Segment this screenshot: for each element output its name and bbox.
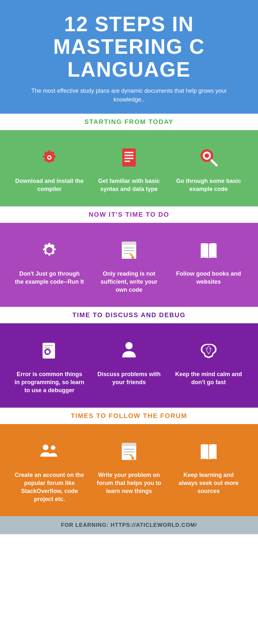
document-icon <box>94 143 164 172</box>
item-forum-post-text: Write your problem on forum that helps y… <box>94 471 164 496</box>
item-writecode: Only reading is not sufficient, write yo… <box>89 236 169 294</box>
band-forum: TIMES TO FOLLOW THE FORUM <box>0 408 258 424</box>
band-timedo: NOW IT'S TIME TO DO <box>0 206 258 223</box>
person-icon <box>94 336 164 365</box>
item-debugger-text: Error is common things in programming, s… <box>15 370 84 395</box>
brain-icon <box>174 336 243 365</box>
item-syntax-text: Get familiar with basic syntax and data … <box>94 177 164 193</box>
item-runit: Don't Just go through the example code--… <box>10 236 89 286</box>
svg-rect-5 <box>124 158 134 159</box>
svg-rect-13 <box>122 242 136 245</box>
band-label-timedo: NOW IT'S TIME TO DO <box>89 211 169 218</box>
item-syntax: Get familiar with basic syntax and data … <box>89 143 169 193</box>
svg-point-11 <box>46 247 53 253</box>
item-examples: Go through some basic example code <box>169 143 248 193</box>
section-debug: Error is common things in programming, s… <box>0 323 258 408</box>
band-debug: TIME TO DISCUSS AND DEBUG <box>0 307 258 323</box>
item-runit-text: Don't Just go through the example code--… <box>15 270 84 286</box>
item-books-text: Follow good books and websites <box>174 270 243 286</box>
notepad2-icon <box>94 437 164 466</box>
svg-point-28 <box>51 445 55 450</box>
users-icon <box>15 437 84 466</box>
item-account-text: Create an account on the popular forum l… <box>15 471 84 504</box>
svg-point-26 <box>125 342 133 349</box>
item-keep-learning: Keep learning and always seek out more s… <box>169 437 248 496</box>
header: 12 Steps in Mastering C Language The mos… <box>0 0 258 114</box>
gear2-icon <box>15 236 84 265</box>
section-starting: Download and install the compiler Get fa… <box>0 130 258 206</box>
band-label-debug: TIME TO DISCUSS AND DEBUG <box>72 311 185 318</box>
item-debugger: Error is common things in programming, s… <box>10 336 89 395</box>
item-forum-post: Write your problem on forum that helps y… <box>89 437 169 496</box>
svg-rect-6 <box>124 161 130 162</box>
svg-rect-24 <box>45 345 53 346</box>
section-forum: Create an account on the popular forum l… <box>0 424 258 516</box>
item-examples-text: Go through some basic example code <box>174 177 243 193</box>
svg-point-1 <box>48 156 51 159</box>
book-icon <box>174 236 243 265</box>
item-compiler: Download and install the compiler <box>10 143 89 193</box>
svg-rect-4 <box>124 155 134 156</box>
page-title: 12 Steps in Mastering C Language <box>19 13 239 81</box>
band-label-forum: TIMES TO FOLLOW THE FORUM <box>71 412 187 419</box>
item-calm: Keep the mind calm and don't go fast <box>169 336 248 386</box>
item-account: Create an account on the popular forum l… <box>10 437 89 504</box>
footer-text: FOR LEARNING: HTTPS://ATICLEWORLD.COM/ <box>6 522 252 528</box>
item-compiler-text: Download and install the compiler <box>15 177 84 193</box>
svg-point-27 <box>43 444 49 450</box>
item-books: Follow good books and websites <box>169 236 248 286</box>
svg-point-9 <box>204 154 209 158</box>
search-icon <box>174 143 243 172</box>
svg-rect-2 <box>122 148 136 166</box>
footer: FOR LEARNING: HTTPS://ATICLEWORLD.COM/ <box>0 516 258 534</box>
svg-rect-30 <box>122 443 136 446</box>
svg-point-22 <box>46 350 49 354</box>
item-discuss: Discuss problems with your friends <box>89 336 169 386</box>
svg-rect-3 <box>124 152 134 153</box>
band-starting: STARTING FROM TODAY <box>0 114 258 130</box>
header-subtitle: The most effective study plans are dynam… <box>19 87 239 104</box>
band-label-starting: STARTING FROM TODAY <box>84 118 174 125</box>
item-keep-learning-text: Keep learning and always seek out more s… <box>174 471 243 496</box>
item-discuss-text: Discuss problems with your friends <box>94 370 164 386</box>
svg-rect-25 <box>45 347 50 349</box>
debug-icon <box>15 336 84 365</box>
book2-icon <box>174 437 243 466</box>
item-writecode-text: Only reading is not sufficient, write yo… <box>94 270 164 294</box>
section-timedo: Don't Just go through the example code--… <box>0 223 258 307</box>
item-calm-text: Keep the mind calm and don't go fast <box>174 370 243 386</box>
svg-line-10 <box>212 160 216 165</box>
notepad-icon <box>94 236 164 265</box>
gear-icon <box>15 143 84 172</box>
